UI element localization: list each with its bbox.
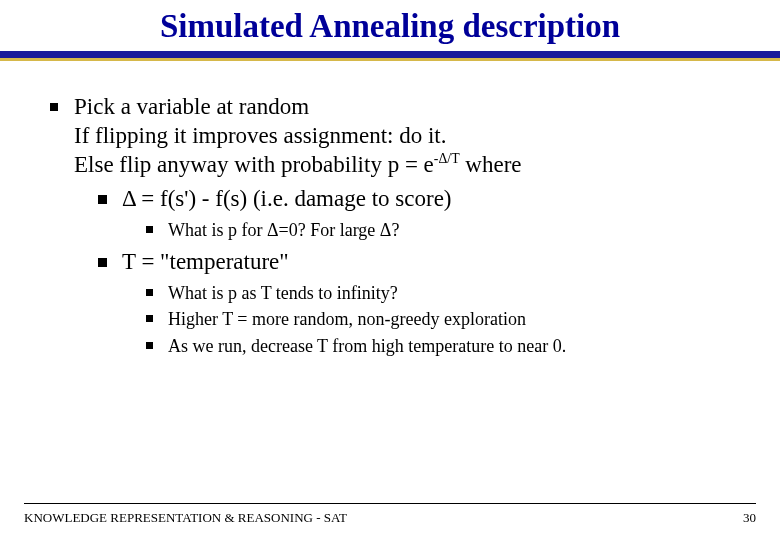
bullet-list-lvl3-b: What is p as T tends to infinity? Higher… xyxy=(122,281,750,358)
bullet-list-lvl3-a: What is p for Δ=0? For large Δ? xyxy=(122,218,750,242)
bullet-1-line3-pre: Else flip anyway with probability p = e xyxy=(74,152,434,177)
bullet-1-line1: Pick a variable at random xyxy=(74,94,309,119)
bullet-1: Pick a variable at random If flipping it… xyxy=(50,93,750,358)
slide: Simulated Annealing description Pick a v… xyxy=(0,0,780,540)
bullet-delta-text: Δ = f(s') - f(s) (i.e. damage to score) xyxy=(122,186,452,211)
bullet-temp-s1: What is p as T tends to infinity? xyxy=(146,281,750,305)
bullet-temp-s2: Higher T = more random, non-greedy explo… xyxy=(146,307,750,331)
footer-divider xyxy=(24,503,756,504)
bullet-1-line3: Else flip anyway with probability p = e-… xyxy=(74,151,750,180)
bullet-temp-s3: As we run, decrease T from high temperat… xyxy=(146,334,750,358)
slide-title: Simulated Annealing description xyxy=(0,0,780,51)
bullet-temp-text: T = "temperature" xyxy=(122,249,289,274)
bullet-1-line3-sup: -Δ/T xyxy=(434,151,460,166)
bullet-temp: T = "temperature" What is p as T tends t… xyxy=(98,248,750,358)
title-divider xyxy=(0,51,780,65)
page-number: 30 xyxy=(743,510,756,526)
footer-text: KNOWLEDGE REPRESENTATION & REASONING - S… xyxy=(24,510,347,526)
bullet-delta: Δ = f(s') - f(s) (i.e. damage to score) … xyxy=(98,185,750,242)
bullet-1-line2: If flipping it improves assignment: do i… xyxy=(74,122,750,151)
content-area: Pick a variable at random If flipping it… xyxy=(0,65,780,358)
bullet-1-line3-post: where xyxy=(460,152,522,177)
bullet-list-lvl1: Pick a variable at random If flipping it… xyxy=(30,93,750,358)
bullet-delta-q: What is p for Δ=0? For large Δ? xyxy=(146,218,750,242)
bullet-list-lvl2-a: Δ = f(s') - f(s) (i.e. damage to score) … xyxy=(74,185,750,358)
divider-blue xyxy=(0,51,780,58)
